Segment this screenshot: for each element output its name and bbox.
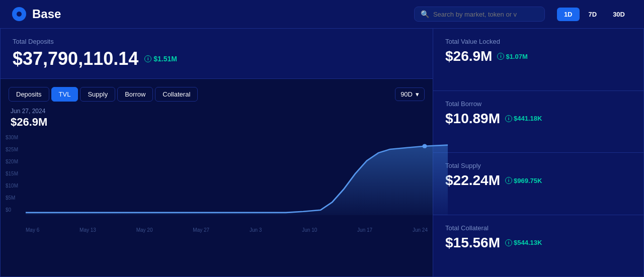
tab-tvl[interactable]: TVL — [51, 87, 78, 102]
tab-supply[interactable]: Supply — [80, 87, 115, 102]
x-label-may13: May 13 — [79, 227, 96, 233]
tvl-value: $26.9M i $1.07M — [445, 48, 631, 64]
x-axis: May 6 May 13 May 20 May 27 Jun 3 Jun 10 … — [1, 225, 433, 233]
x-label-may27: May 27 — [193, 227, 209, 233]
time-btn-1d[interactable]: 1D — [557, 8, 580, 21]
chart-container: Deposits TVL Supply Borrow Collateral 90… — [0, 79, 433, 277]
supply-label: Total Supply — [445, 162, 631, 169]
tab-borrow[interactable]: Borrow — [117, 87, 153, 102]
app-title: Base — [32, 7, 61, 21]
x-label-jun10: Jun 10 — [302, 227, 317, 233]
y-label-10m: $10M — [6, 183, 18, 189]
collateral-value: $15.56M i $544.13K — [445, 235, 631, 251]
supply-info-icon: i — [505, 177, 512, 184]
borrow-value: $10.89M i $441.18K — [445, 111, 631, 127]
main-content: Total Deposits $37,790,110.14 i $1.51M D… — [0, 28, 644, 277]
tab-deposits[interactable]: Deposits — [9, 87, 49, 102]
borrow-delta: i $441.18K — [505, 115, 542, 122]
search-box[interactable]: 🔍 — [414, 7, 545, 22]
x-label-may20: May 20 — [136, 227, 153, 233]
total-deposits-value: $37,790,110.14 i $1.51M — [13, 48, 421, 69]
chart-area: $30M $25M $20M $15M $10M $5M $0 — [1, 135, 433, 225]
borrow-info-icon: i — [505, 115, 512, 122]
y-label-30m: $30M — [6, 135, 18, 140]
y-label-0: $0 — [6, 207, 18, 213]
tvl-label: Total Value Locked — [445, 38, 631, 45]
supply-card: Total Supply $22.24M i $969.75K — [433, 153, 644, 215]
x-label-jun3: Jun 3 — [250, 227, 262, 233]
supply-value: $22.24M i $969.75K — [445, 172, 631, 189]
search-input[interactable] — [433, 11, 538, 18]
chart-date: Jun 27, 2024 — [1, 108, 433, 115]
borrow-card: Total Borrow $10.89M i $441.18K — [433, 91, 644, 153]
search-icon: 🔍 — [421, 10, 429, 18]
right-panel: Total Value Locked $26.9M i $1.07M Total… — [433, 28, 644, 277]
tab-collateral[interactable]: Collateral — [155, 87, 198, 102]
y-axis: $30M $25M $20M $15M $10M $5M $0 — [6, 135, 18, 213]
y-label-15m: $15M — [6, 171, 18, 176]
supply-delta: i $969.75K — [505, 177, 542, 184]
borrow-label: Total Borrow — [445, 100, 631, 108]
left-panel: Total Deposits $37,790,110.14 i $1.51M D… — [0, 28, 433, 277]
y-label-5m: $5M — [6, 195, 18, 201]
tvl-delta: i $1.07M — [497, 53, 527, 60]
y-label-20m: $20M — [6, 159, 18, 164]
tvl-card: Total Value Locked $26.9M i $1.07M — [433, 28, 644, 91]
x-label-may6: May 6 — [26, 227, 39, 233]
period-selector[interactable]: 90D ▾ — [395, 87, 425, 101]
total-deposits-card: Total Deposits $37,790,110.14 i $1.51M — [0, 28, 433, 79]
logo-icon — [12, 7, 26, 21]
header: Base 🔍 1D 7D 30D — [0, 0, 644, 28]
collateral-label: Total Collateral — [445, 224, 631, 232]
delta-info-icon: i — [144, 55, 151, 62]
chart-value: $26.9M — [1, 116, 433, 129]
collateral-info-icon: i — [505, 239, 512, 246]
total-deposits-delta: i $1.51M — [144, 55, 177, 63]
svg-point-0 — [422, 144, 427, 148]
chart-svg — [26, 135, 448, 215]
collateral-card: Total Collateral $15.56M i $544.13K — [433, 215, 644, 278]
x-label-jun17: Jun 17 — [357, 227, 372, 233]
x-label-jun24: Jun 24 — [413, 227, 428, 233]
y-label-25m: $25M — [6, 147, 18, 152]
total-deposits-label: Total Deposits — [13, 38, 421, 45]
time-btn-30d[interactable]: 30D — [606, 8, 632, 21]
time-btn-7d[interactable]: 7D — [582, 8, 604, 21]
time-button-group: 1D 7D 30D — [557, 8, 632, 21]
collateral-delta: i $544.13K — [505, 239, 542, 246]
chart-tabs: Deposits TVL Supply Borrow Collateral 90… — [1, 87, 433, 102]
tvl-info-icon: i — [497, 53, 504, 60]
